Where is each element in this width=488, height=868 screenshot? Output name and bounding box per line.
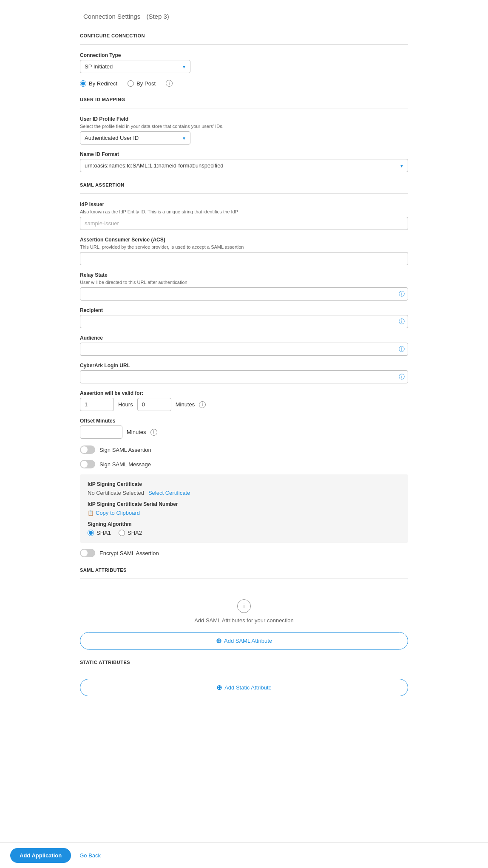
static-attributes-header: STATIC ATTRIBUTES: [80, 660, 408, 665]
acs-input[interactable]: [80, 252, 408, 265]
hours-input[interactable]: [80, 398, 114, 411]
audience-input-wrapper: ⓘ: [80, 343, 408, 356]
sign-assertion-row: Sign SAML Assertion: [80, 445, 408, 454]
profile-field-select-wrapper[interactable]: Authenticated User ID Username Email ▼: [80, 131, 190, 145]
sign-message-row: Sign SAML Message: [80, 460, 408, 468]
offset-row: Minutes i: [80, 425, 408, 439]
sha1-label: SHA1: [96, 530, 111, 536]
by-redirect-radio-item[interactable]: By Redirect: [80, 80, 117, 87]
assertion-valid-group: Assertion will be valid for: Hours Minut…: [80, 390, 408, 411]
add-saml-attribute-label: Add SAML Attribute: [224, 638, 272, 644]
minutes-label: Minutes: [176, 401, 195, 408]
signing-algo-label: Signing Algorithm: [88, 521, 400, 527]
connection-type-select[interactable]: SP Initiated IDP Initiated: [80, 60, 190, 73]
recipient-input[interactable]: [80, 315, 408, 328]
encrypt-assertion-row: Encrypt SAML Assertion: [80, 549, 408, 557]
idp-signing-cert-label: IdP Signing Certificate: [88, 481, 400, 487]
page-container: Connection Settings (Step 3) CONFIGURE C…: [70, 0, 418, 740]
sha2-radio[interactable]: [119, 530, 125, 536]
add-static-attribute-plus-icon: ⊕: [216, 684, 222, 692]
encrypt-assertion-toggle[interactable]: [80, 549, 95, 557]
relay-state-info-icon[interactable]: ⓘ: [399, 290, 405, 298]
sha2-radio-item[interactable]: SHA2: [119, 530, 142, 536]
by-redirect-label: By Redirect: [89, 80, 117, 87]
select-certificate-link[interactable]: Select Certificate: [148, 490, 190, 496]
acs-desc: This URL, provided by the service provid…: [80, 244, 408, 250]
name-id-format-select[interactable]: urn:oasis:names:tc:SAML:1.1:nameid-forma…: [80, 159, 408, 172]
copy-clipboard-label: Copy to Clipboard: [96, 510, 140, 516]
signing-algo-row: SHA1 SHA2: [88, 530, 400, 536]
audience-info-icon[interactable]: ⓘ: [399, 346, 405, 353]
name-id-format-group: Name ID Format urn:oasis:names:tc:SAML:1…: [80, 151, 408, 172]
recipient-group: Recipient ⓘ: [80, 307, 408, 328]
relay-state-input-wrapper: ⓘ: [80, 287, 408, 301]
relay-state-desc: User will be directed to this URL after …: [80, 280, 408, 285]
saml-assertion-section: SAML ASSERTION IdP Issuer Also known as …: [80, 182, 408, 557]
page-title: Connection Settings (Step 3): [80, 10, 408, 21]
sign-assertion-label: Sign SAML Assertion: [99, 447, 151, 453]
cyberark-login-url-info-icon[interactable]: ⓘ: [399, 373, 405, 381]
saml-assertion-header: SAML ASSERTION: [80, 182, 408, 187]
cyberark-login-url-label: CyberArk Login URL: [80, 363, 408, 369]
relay-state-group: Relay State User will be directed to thi…: [80, 272, 408, 301]
name-id-format-label: Name ID Format: [80, 151, 408, 157]
cert-value: No Certificate Selected: [88, 490, 144, 496]
cert-row: No Certificate Selected Select Certifica…: [88, 490, 400, 496]
saml-attributes-empty-state: i Add SAML Attributes for your connectio…: [80, 587, 408, 632]
idp-issuer-input[interactable]: [80, 217, 408, 230]
idp-issuer-label: IdP Issuer: [80, 201, 408, 207]
connection-type-label: Connection Type: [80, 52, 408, 58]
cyberark-login-url-input-wrapper: ⓘ: [80, 370, 408, 383]
initiation-method-group: By Redirect By Post i: [80, 80, 408, 87]
by-post-radio-item[interactable]: By Post: [128, 80, 156, 87]
assertion-valid-info-icon[interactable]: i: [199, 401, 206, 408]
saml-attributes-section: SAML ATTRIBUTES i Add SAML Attributes fo…: [80, 567, 408, 650]
saml-attributes-header: SAML ATTRIBUTES: [80, 567, 408, 573]
add-static-attribute-label: Add Static Attribute: [224, 684, 272, 691]
cyberark-login-url-input[interactable]: [80, 370, 408, 383]
sign-message-toggle[interactable]: [80, 460, 95, 468]
connection-type-group: Connection Type SP Initiated IDP Initiat…: [80, 52, 408, 73]
configure-connection-section: CONFIGURE CONNECTION Connection Type SP …: [80, 33, 408, 87]
profile-field-select[interactable]: Authenticated User ID Username Email: [80, 131, 190, 145]
idp-issuer-group: IdP Issuer Also known as the IdP Entity …: [80, 201, 408, 230]
section-divider-1: [80, 44, 408, 45]
sha1-radio[interactable]: [88, 530, 94, 536]
by-post-radio[interactable]: [128, 80, 134, 87]
recipient-input-wrapper: ⓘ: [80, 315, 408, 328]
audience-input[interactable]: [80, 343, 408, 356]
section-divider-2: [80, 108, 408, 108]
minutes-input[interactable]: [137, 398, 171, 411]
audience-label: Audience: [80, 335, 408, 341]
title-text: Connection Settings: [83, 13, 140, 20]
add-static-attribute-button[interactable]: ⊕ Add Static Attribute: [80, 679, 408, 696]
relay-state-input[interactable]: [80, 287, 408, 301]
sign-message-slider: [80, 460, 95, 468]
idp-issuer-desc: Also known as the IdP Entity ID. This is…: [80, 209, 408, 214]
encrypt-assertion-slider: [80, 549, 95, 557]
add-saml-attribute-button[interactable]: ⊕ Add SAML Attribute: [80, 632, 408, 650]
sign-assertion-toggle[interactable]: [80, 445, 95, 454]
section-divider-3: [80, 193, 408, 194]
recipient-info-icon[interactable]: ⓘ: [399, 318, 405, 326]
by-redirect-radio[interactable]: [80, 80, 86, 87]
offset-minutes-input[interactable]: [80, 425, 122, 439]
copy-icon: 📋: [88, 510, 94, 516]
name-id-format-select-wrapper[interactable]: urn:oasis:names:tc:SAML:1.1:nameid-forma…: [80, 159, 408, 172]
sha1-radio-item[interactable]: SHA1: [88, 530, 111, 536]
acs-group: Assertion Consumer Service (ACS) This UR…: [80, 237, 408, 265]
offset-minutes-label: Offset Minutes: [80, 418, 408, 424]
connection-type-select-wrapper[interactable]: SP Initiated IDP Initiated ▼: [80, 60, 190, 73]
offset-info-icon[interactable]: i: [150, 429, 157, 436]
hours-minutes-row: Hours Minutes i: [80, 398, 408, 411]
hours-label: Hours: [118, 401, 133, 408]
initiation-info-icon[interactable]: i: [166, 80, 173, 87]
profile-field-group: User ID Profile Field Select the profile…: [80, 116, 408, 145]
offset-minutes-group: Offset Minutes Minutes i: [80, 418, 408, 439]
sign-message-label: Sign SAML Message: [99, 461, 151, 468]
copy-to-clipboard-link[interactable]: 📋 Copy to Clipboard: [88, 510, 400, 516]
section-divider-4: [80, 579, 408, 579]
sign-assertion-slider: [80, 445, 95, 454]
saml-attributes-info-icon: i: [237, 599, 251, 613]
add-saml-attribute-plus-icon: ⊕: [216, 637, 221, 645]
